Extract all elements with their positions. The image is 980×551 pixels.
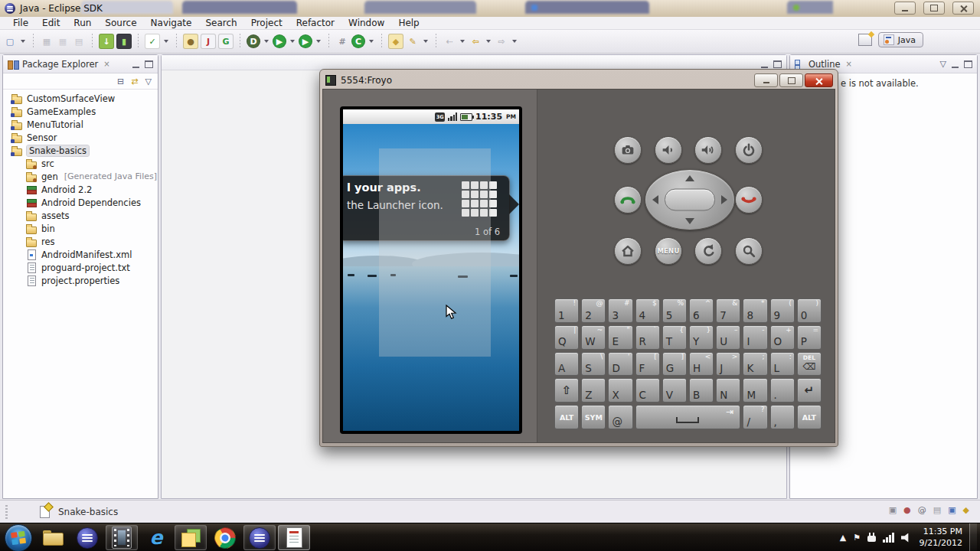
tree-item-bin[interactable]: bin (3, 222, 158, 235)
at-sign-icon[interactable]: @ (918, 506, 926, 514)
show-desktop-button[interactable] (969, 523, 977, 551)
coverage-dropdown[interactable] (369, 40, 374, 43)
grid-icon[interactable]: # (335, 34, 349, 48)
key-4[interactable]: 4$ (635, 298, 660, 323)
key-d[interactable]: D' (608, 352, 632, 377)
tree-item-customsurfaceview[interactable]: CustomSurfaceView (3, 92, 158, 105)
avd-manager-icon[interactable]: ▮ (116, 34, 132, 49)
menu-source[interactable]: Source (98, 18, 143, 28)
menu-edit[interactable]: Edit (35, 18, 67, 28)
tree-item-androidmanifest-xml[interactable]: AndroidManifest.xml (3, 248, 158, 261)
taskbar-eclipse[interactable] (71, 525, 103, 550)
tree-item-project-properties[interactable]: project.properties (3, 274, 158, 287)
taskbar-document[interactable] (278, 525, 310, 550)
key-o[interactable]: O+ (770, 325, 795, 350)
key-u[interactable]: U– (716, 325, 740, 350)
last-edit-location-dropdown[interactable] (460, 40, 465, 43)
emulator-maximize-button[interactable] (779, 73, 803, 87)
minimize-panel-icon[interactable] (952, 60, 959, 68)
tree-item-gameexamples[interactable]: GameExamples (3, 105, 158, 118)
key-9[interactable]: 9( (770, 298, 795, 323)
key-p[interactable]: P= (797, 325, 822, 350)
external-tools-icon[interactable]: ▶ (299, 34, 312, 48)
dpad-up-icon[interactable] (685, 175, 694, 181)
dpad-left-icon[interactable] (652, 195, 658, 204)
save-all-icon[interactable]: ▦ (56, 34, 70, 48)
network-signal-icon[interactable] (883, 533, 894, 543)
menu-file[interactable]: File (6, 18, 35, 28)
phone-screen[interactable]: 3G 11:35 PM l your apps. the Launcher ic… (343, 109, 519, 431)
key-mod[interactable]: ALT (797, 405, 822, 429)
call-button[interactable] (614, 186, 642, 214)
speaker-icon[interactable] (901, 533, 911, 543)
dpad-center-button[interactable] (665, 189, 715, 211)
android-sdk-manager-icon[interactable]: ↓ (99, 34, 114, 49)
taskbar-media[interactable] (106, 525, 138, 550)
new-class-icon[interactable]: G (218, 34, 234, 49)
tree-item-gen[interactable]: gen[Generated Java Files] (3, 170, 158, 183)
key-l[interactable]: L: (770, 352, 795, 377)
window-minimize-button[interactable] (894, 2, 916, 15)
save-icon[interactable]: ▦ (40, 34, 54, 48)
back-icon[interactable]: ⇦ (469, 34, 482, 48)
run-dropdown[interactable] (290, 40, 295, 43)
end-call-button[interactable] (735, 186, 763, 214)
menu-help[interactable]: Help (391, 18, 426, 28)
key-8[interactable]: 8* (743, 298, 767, 323)
key-key[interactable]: . (770, 378, 795, 403)
java-perspective-button[interactable]: Java (878, 32, 923, 47)
taskbar-notes[interactable] (175, 525, 207, 550)
home-button[interactable] (614, 237, 642, 265)
key-h[interactable]: H< (689, 352, 714, 377)
tree-item-sensor[interactable]: Sensor (3, 131, 158, 144)
key-v[interactable]: V (662, 378, 687, 403)
tree-item-menututorial[interactable]: MenuTutorial (3, 118, 158, 131)
taskbar-start[interactable] (2, 525, 34, 550)
maximize-panel-icon[interactable] (964, 60, 972, 68)
display-icon[interactable]: ▣ (948, 506, 956, 514)
junit-icon[interactable]: J (201, 34, 216, 49)
new-icon[interactable]: ▢ (3, 34, 17, 48)
view-menu-icon[interactable]: ▽ (145, 77, 152, 86)
mark-occurrences-dropdown[interactable] (423, 40, 428, 43)
key-5[interactable]: 5% (662, 298, 687, 323)
key-1[interactable]: 1! (554, 298, 579, 323)
key-z[interactable]: Z (581, 378, 606, 403)
menu-project[interactable]: Project (244, 18, 289, 28)
back-dropdown[interactable] (486, 40, 491, 43)
key-k[interactable]: K; (743, 352, 767, 377)
key-6[interactable]: 6^ (689, 298, 714, 323)
maximize-panel-icon[interactable] (145, 60, 153, 68)
key-key[interactable]: @ (608, 405, 632, 429)
key-f[interactable]: F[ (635, 352, 660, 377)
debug-icon[interactable]: D (247, 34, 260, 48)
key-q[interactable]: Q| (554, 325, 579, 350)
last-edit-location-icon[interactable]: ⇠ (443, 34, 456, 48)
forward-dropdown[interactable] (512, 40, 517, 43)
tree-item-android-2-2[interactable]: Android 2.2 (3, 183, 158, 196)
close-tab-icon[interactable]: × (846, 60, 852, 68)
open-resource-icon[interactable]: ◆ (388, 34, 403, 49)
action-center-icon[interactable]: ⚑ (853, 533, 861, 542)
open-perspective-icon[interactable] (858, 34, 872, 46)
tree-item-res[interactable]: res (3, 235, 158, 248)
tree-item-src[interactable]: src (3, 157, 158, 170)
tree-item-assets[interactable]: assets (3, 209, 158, 222)
tips-icon[interactable]: ◆ (963, 506, 969, 514)
menu-run[interactable]: Run (67, 18, 98, 28)
forward-icon[interactable]: ⇨ (495, 34, 508, 48)
lint-check-dropdown[interactable] (164, 40, 168, 43)
power-button[interactable] (735, 136, 763, 164)
emulator-close-button[interactable] (805, 73, 833, 87)
run-icon[interactable]: ▶ (273, 34, 286, 48)
key-b[interactable]: B (689, 378, 714, 403)
view-menu-icon[interactable]: ▽ (940, 60, 946, 68)
new-java-package-icon[interactable]: ● (183, 34, 198, 49)
key-enter[interactable]: ↵ (797, 378, 822, 403)
menu-button[interactable]: MENU (655, 237, 682, 265)
key-r[interactable]: R` (635, 325, 660, 350)
coverage-icon[interactable]: C (351, 34, 365, 48)
power-plug-icon[interactable] (867, 533, 876, 543)
window-restore-button[interactable] (923, 2, 945, 15)
minimize-editor-icon[interactable] (761, 60, 768, 68)
